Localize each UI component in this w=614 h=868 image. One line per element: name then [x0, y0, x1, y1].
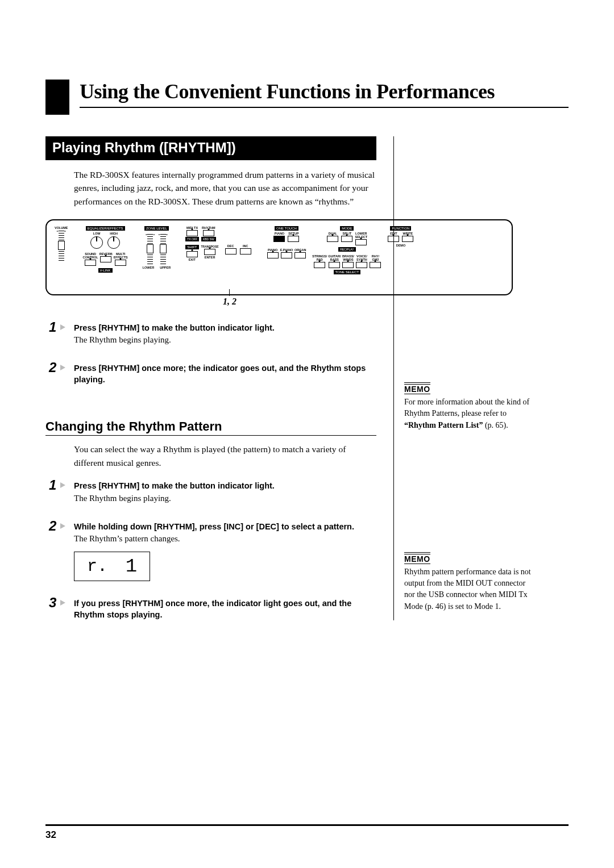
page-number: 32 — [45, 829, 56, 841]
step-3b: 3 If you press [RHYTHM] once more, the i… — [45, 598, 376, 620]
step-head: Press [RHYTHM] to make the button indica… — [74, 323, 376, 334]
subsection-heading: Changing the Rhythm Pattern — [45, 419, 376, 434]
step-1b: 1 Press [RHYTHM] to make the button indi… — [45, 481, 376, 503]
lower-slider-icon — [147, 234, 153, 265]
step-head: Press [RHYTHM] once more; the indicator … — [74, 363, 376, 385]
subsection-intro: You can select the way a Rhythm is playe… — [74, 443, 376, 469]
label-function: FUNCTION — [390, 226, 411, 231]
step-2: 2 Press [RHYTHM] once more; the indicato… — [45, 363, 376, 385]
step-number: 1 — [49, 477, 56, 493]
subsection-rule — [45, 435, 376, 436]
callout-1-2: 1, 2 — [223, 297, 237, 307]
volume-slider-icon — [59, 231, 64, 261]
side-column: MEMO For more information about the kind… — [393, 136, 535, 620]
step-head: Press [RHYTHM] to make the button indica… — [74, 481, 376, 492]
memo-1: MEMO For more information about the kind… — [404, 384, 535, 431]
lcd-value-left: r. — [87, 557, 107, 576]
step-number: 1 — [49, 319, 56, 335]
step-number: 3 — [49, 595, 56, 611]
title-rule — [80, 107, 569, 108]
step-head: If you press [RHYTHM] once more, the ind… — [74, 598, 376, 620]
step-body: The Rhythm’s pattern changes. — [74, 534, 376, 544]
upper-slider-icon — [160, 234, 166, 265]
intro-paragraph: The RD-300SX features internally program… — [74, 168, 376, 208]
main-column: Playing Rhythm ([RHYTHM]) The RD-300SX f… — [45, 136, 376, 620]
step-body: The Rhythm begins playing. — [74, 335, 376, 345]
label-mode: MODE — [340, 226, 354, 231]
chapter-title: Using the Convenient Functions in Perfor… — [80, 80, 569, 103]
knob-high-icon — [107, 236, 120, 249]
label-one-touch: ONE TOUCH — [275, 226, 298, 231]
memo-text: For more information about the kind of R… — [404, 397, 535, 431]
memo-label: MEMO — [404, 384, 430, 394]
memo-label: MEMO — [404, 554, 430, 564]
chapter-tab — [45, 80, 69, 115]
knob-low-icon — [90, 236, 103, 249]
memo-2: MEMO Rhythm pattern performance data is … — [404, 554, 535, 612]
page: Using the Convenient Functions in Perfor… — [0, 0, 614, 868]
step-head: While holding down [RHYTHM], press [INC]… — [74, 521, 376, 533]
lcd-display: r. 1 — [74, 552, 150, 581]
section-heading-rhythm: Playing Rhythm ([RHYTHM]) — [45, 136, 376, 160]
step-number: 2 — [49, 518, 56, 534]
step-number: 2 — [49, 360, 56, 375]
step-1: 1 Press [RHYTHM] to make the button indi… — [45, 323, 376, 345]
step-body: The Rhythm begins playing. — [74, 494, 376, 503]
step-2b: 2 While holding down [RHYTHM], press [IN… — [45, 521, 376, 544]
panel-diagram: VOLUME == EQUALIZER/EFFECTS LOW HIGH SOU… — [45, 219, 513, 295]
memo-text: Rhythm pattern performance data is not o… — [404, 566, 535, 612]
label-zone: ZONE LEVEL — [144, 226, 169, 231]
content-columns: Playing Rhythm ([RHYTHM]) The RD-300SX f… — [45, 136, 569, 620]
label-vlink: V-LINK — [98, 268, 113, 273]
label-eq-effects: EQUALIZER/EFFECTS — [86, 226, 125, 231]
lcd-value-right: 1 — [126, 556, 137, 577]
footheld-rule — [45, 824, 569, 826]
